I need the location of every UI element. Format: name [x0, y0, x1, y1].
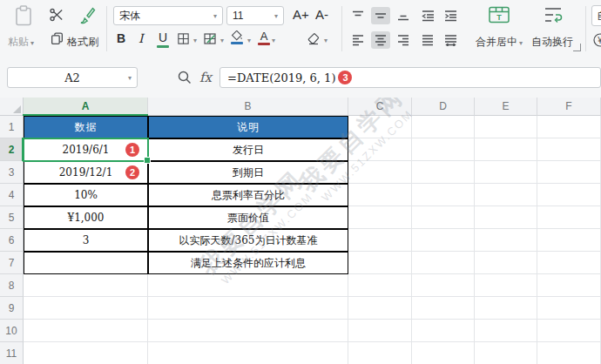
cell-B2[interactable]: 发行日 [148, 138, 348, 161]
row-header-4[interactable]: 4 [0, 184, 24, 206]
clipped-right-button[interactable]: 自 [591, 5, 601, 26]
row-header-11[interactable]: 11 [0, 342, 24, 364]
cell-B10[interactable] [148, 320, 348, 342]
cell-C9[interactable] [348, 297, 412, 320]
shading-caret-icon[interactable]: ▾ [247, 37, 251, 44]
distribute-icon[interactable] [441, 31, 460, 49]
cell-A1[interactable]: 数据 [24, 116, 148, 138]
cell-F11[interactable] [537, 342, 601, 364]
cell-C2[interactable] [348, 138, 412, 161]
eraser-caret-icon[interactable]: ▾ [324, 37, 328, 44]
row-header-1[interactable]: 1 [0, 116, 24, 138]
cell-C11[interactable] [348, 342, 412, 364]
cell-A10[interactable] [24, 320, 148, 342]
format-painter-button[interactable]: 格式刷 [67, 35, 98, 50]
currency-icon[interactable]: ¥ [592, 32, 601, 48]
align-right-icon[interactable] [394, 31, 413, 49]
cell-B1[interactable]: 说明 [148, 116, 348, 138]
italic-button[interactable]: I [138, 31, 144, 45]
row-header-10[interactable]: 10 [0, 320, 24, 342]
align-bottom-icon[interactable] [394, 7, 413, 24]
cell-A11[interactable] [24, 342, 148, 364]
row-header-7[interactable]: 7 [0, 252, 24, 274]
search-icon[interactable] [177, 70, 192, 85]
wrap-text-icon[interactable] [542, 4, 564, 25]
cell-B11[interactable] [148, 342, 348, 364]
dialog-launcher-icon[interactable] [573, 44, 581, 51]
cell-E6[interactable] [475, 229, 537, 252]
copy-icon[interactable] [50, 31, 64, 46]
cell-E10[interactable] [475, 320, 537, 342]
bold-button[interactable]: B [117, 31, 125, 45]
paste-button[interactable]: 粘贴▾ [8, 35, 34, 50]
row-header-8[interactable]: 8 [0, 274, 24, 297]
cell-E1[interactable] [475, 116, 537, 138]
row-header-3[interactable]: 3 [0, 161, 24, 184]
cell-B9[interactable] [148, 297, 348, 320]
row-header-2[interactable]: 2 [0, 138, 24, 161]
cell-F1[interactable] [537, 116, 601, 138]
formula-input[interactable]: =DATE(2019, 6, 1) 3 [219, 67, 601, 88]
fill-handle[interactable] [144, 157, 151, 164]
increase-indent-icon[interactable] [441, 7, 460, 24]
fx-insert-function-button[interactable]: fx [199, 70, 212, 85]
name-box-caret-icon[interactable]: ▾ [128, 74, 132, 82]
cell-E2[interactable] [475, 138, 537, 161]
cell-E9[interactable] [475, 297, 537, 320]
increase-font-button[interactable]: A+ [293, 7, 309, 22]
cell-D1[interactable] [412, 116, 475, 138]
cell-B7[interactable]: 满足上述条件的应计利息 [148, 252, 348, 274]
column-header-F[interactable]: F [537, 98, 601, 116]
name-box[interactable]: A2 ▾ [7, 67, 138, 88]
cell-C3[interactable] [348, 161, 412, 184]
cell-C8[interactable] [348, 274, 412, 297]
font-size-caret-icon[interactable]: ▾ [274, 12, 278, 20]
paste-caret-icon[interactable]: ▾ [30, 39, 34, 47]
cell-E5[interactable] [475, 206, 537, 229]
align-top-icon[interactable] [348, 7, 368, 24]
borders-caret-icon[interactable]: ▾ [193, 37, 197, 44]
column-header-E[interactable]: E [475, 98, 537, 116]
row-header-6[interactable]: 6 [0, 229, 24, 252]
decrease-indent-icon[interactable] [418, 7, 437, 24]
cell-D10[interactable] [412, 320, 475, 342]
cell-F8[interactable] [537, 274, 601, 297]
cell-D4[interactable] [412, 184, 475, 206]
cell-B5[interactable]: 票面价值 [148, 206, 348, 229]
cell-D5[interactable] [412, 206, 475, 229]
cell-B4[interactable]: 息票利率百分比 [148, 184, 348, 206]
align-middle-icon[interactable] [371, 7, 390, 24]
cell-F7[interactable] [537, 252, 601, 274]
paste-icon[interactable] [12, 4, 35, 27]
cell-F5[interactable] [537, 206, 601, 229]
cell-F10[interactable] [537, 320, 601, 342]
merge-center-button[interactable]: 合并居中▾ [476, 35, 523, 50]
cell-A3[interactable]: 2019/12/12 [24, 161, 148, 184]
cell-F4[interactable] [537, 184, 601, 206]
cell-E11[interactable] [475, 342, 537, 364]
cell-B3[interactable]: 到期日 [148, 161, 348, 184]
font-color-icon[interactable]: A [258, 30, 270, 45]
cell-A9[interactable] [24, 297, 148, 320]
decrease-font-button[interactable]: A- [315, 7, 328, 22]
cell-A4[interactable]: 10% [24, 184, 148, 206]
align-left-icon[interactable] [348, 31, 368, 49]
fill-style-icon[interactable] [203, 32, 217, 45]
cell-E4[interactable] [475, 184, 537, 206]
borders-icon[interactable] [177, 32, 190, 45]
cell-B6[interactable]: 以实际天数/365为日计数基准 [148, 229, 348, 252]
column-header-C[interactable]: C [348, 98, 412, 116]
cell-F2[interactable] [537, 138, 601, 161]
cell-D2[interactable] [412, 138, 475, 161]
cell-D3[interactable] [412, 161, 475, 184]
cut-icon[interactable] [49, 7, 64, 23]
cell-F3[interactable] [537, 161, 601, 184]
wrap-text-button[interactable]: 自动换行 [531, 35, 573, 50]
font-name-caret-icon[interactable]: ▾ [213, 12, 217, 20]
justify-icon[interactable] [418, 31, 437, 49]
cell-A7[interactable] [24, 252, 148, 274]
fill-style-caret-icon[interactable]: ▾ [220, 37, 224, 44]
column-header-A[interactable]: A [24, 98, 148, 116]
cell-E8[interactable] [475, 274, 537, 297]
cell-C7[interactable] [348, 252, 412, 274]
